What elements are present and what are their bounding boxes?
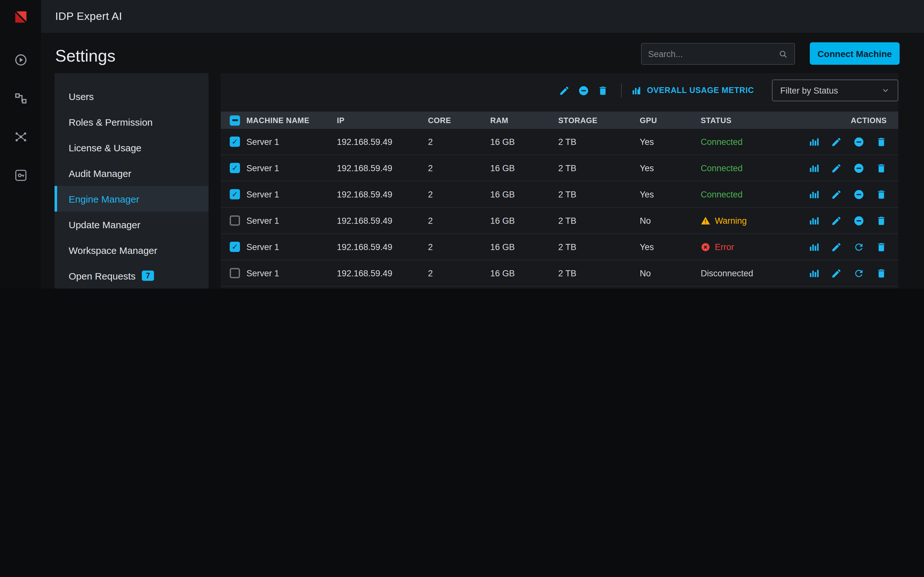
row-delete-icon[interactable] <box>876 189 887 200</box>
row-edit-icon[interactable] <box>831 136 842 147</box>
table-body: Server 1 192.168.59.49 2 16 GB 2 TB Yes … <box>221 129 898 288</box>
machine-name-cell: Server 1 <box>246 268 337 278</box>
settings-nav-item-roles-permission[interactable]: Roles & Permission <box>55 109 208 135</box>
row-delete-icon[interactable] <box>876 215 887 226</box>
status-cell: Connected <box>701 163 803 173</box>
row-checkbox[interactable] <box>230 242 240 252</box>
search-input[interactable] <box>648 49 779 59</box>
row-metrics-icon[interactable] <box>809 215 819 226</box>
settings-nav-item-engine-manager[interactable]: Engine Manager <box>55 186 208 211</box>
ip-cell: 192.168.59.49 <box>337 163 428 173</box>
settings-nav-item-audit-manager[interactable]: Audit Manager <box>55 160 208 186</box>
status-cell: Connected <box>701 189 803 199</box>
error-icon <box>701 242 710 251</box>
settings-nav-item-open-requests[interactable]: Open Requests 7 <box>55 263 208 288</box>
pipeline-icon[interactable] <box>8 86 33 110</box>
ram-cell: 16 GB <box>490 189 558 199</box>
settings-nav-item-users[interactable]: Users <box>55 83 208 109</box>
status-text: Warning <box>715 216 747 226</box>
overall-usage-metric[interactable]: OVERALL USAGE METRIC <box>631 85 754 96</box>
row-checkbox[interactable] <box>230 215 240 226</box>
table-row: Server 1 192.168.59.49 2 16 GB 2 TB Yes … <box>221 234 898 260</box>
row-checkbox[interactable] <box>230 268 240 278</box>
settings-nav-item-workspace-manager[interactable]: Workspace Manager <box>55 237 208 263</box>
row-disable-icon[interactable] <box>853 215 864 226</box>
status-cell: Warning <box>701 216 803 226</box>
ram-cell: 16 GB <box>490 163 558 173</box>
settings-nav-item-update-manager[interactable]: Update Manager <box>55 211 208 237</box>
row-checkbox[interactable] <box>230 189 240 199</box>
gpu-cell: Yes <box>640 137 701 147</box>
row-edit-icon[interactable] <box>831 268 842 279</box>
row-edit-icon[interactable] <box>831 242 842 252</box>
page-title: Settings <box>55 46 115 66</box>
machine-name-cell: Server 1 <box>246 163 337 173</box>
status-text: Disconnected <box>701 268 753 278</box>
table-row: Server 1 192.168.59.49 2 16 GB 2 TB Yes … <box>221 181 898 208</box>
delete-icon[interactable] <box>593 81 612 100</box>
status-cell: Error <box>701 242 803 251</box>
row-metrics-icon[interactable] <box>809 268 819 279</box>
edit-icon[interactable] <box>554 81 573 100</box>
table-header: MACHINE NAME IP CORE RAM STORAGE GPU STA… <box>221 111 898 129</box>
row-delete-icon[interactable] <box>876 242 887 252</box>
topbar: IDP Expert AI <box>41 0 924 33</box>
gpu-cell: No <box>640 268 701 278</box>
ram-cell: 16 GB <box>490 242 558 251</box>
row-edit-icon[interactable] <box>831 163 842 173</box>
table-row: Server 1 192.168.59.49 2 16 GB 2 TB No C… <box>221 287 898 288</box>
row-checkbox[interactable] <box>230 137 240 147</box>
row-actions <box>803 215 898 226</box>
row-restart-icon[interactable] <box>853 242 864 252</box>
table-row: Server 1 192.168.59.49 2 16 GB 2 TB No D… <box>221 260 898 287</box>
machine-name-cell: Server 1 <box>246 137 337 147</box>
ip-cell: 192.168.59.49 <box>337 137 428 147</box>
row-actions <box>803 189 898 200</box>
connect-machine-button[interactable]: Connect Machine <box>810 42 900 65</box>
ram-cell: 16 GB <box>490 216 558 226</box>
filter-by-status-select[interactable]: Filter by Status <box>772 79 898 101</box>
col-ip: IP <box>337 116 428 125</box>
table-row: Server 1 192.168.59.49 2 16 GB 2 TB No W… <box>221 208 898 234</box>
row-delete-icon[interactable] <box>876 163 887 173</box>
chevron-down-icon <box>881 86 890 95</box>
logo-icon[interactable] <box>8 5 33 29</box>
bar-chart-icon <box>631 85 642 96</box>
cluster-icon[interactable] <box>8 124 33 149</box>
row-checkbox[interactable] <box>230 163 240 173</box>
row-actions <box>803 163 898 173</box>
row-edit-icon[interactable] <box>831 189 842 200</box>
ip-cell: 192.168.59.49 <box>337 268 428 278</box>
credentials-key-icon[interactable] <box>8 163 33 187</box>
run-icon[interactable] <box>8 47 33 72</box>
row-delete-icon[interactable] <box>876 268 887 279</box>
col-ram: RAM <box>490 116 558 125</box>
row-disable-icon[interactable] <box>853 189 864 200</box>
table-row: Server 1 192.168.59.49 2 16 GB 2 TB Yes … <box>221 155 898 181</box>
row-delete-icon[interactable] <box>876 136 887 147</box>
row-metrics-icon[interactable] <box>809 242 819 252</box>
row-actions <box>803 268 898 279</box>
settings-nav-item-license-usage[interactable]: License & Usage <box>55 135 208 160</box>
row-metrics-icon[interactable] <box>809 189 819 200</box>
col-machine-name: MACHINE NAME <box>246 116 337 125</box>
row-restart-icon[interactable] <box>853 268 864 279</box>
status-text: Connected <box>701 137 743 147</box>
ip-cell: 192.168.59.49 <box>337 189 428 199</box>
warning-icon <box>701 216 710 226</box>
status-cell: Connected <box>701 137 803 147</box>
row-disable-icon[interactable] <box>853 163 864 173</box>
core-cell: 2 <box>428 216 490 226</box>
row-disable-icon[interactable] <box>853 136 864 147</box>
select-all-checkbox[interactable] <box>230 115 240 125</box>
disable-icon[interactable] <box>573 81 593 100</box>
row-metrics-icon[interactable] <box>809 163 819 173</box>
status-text: Error <box>715 242 734 251</box>
table-row: Server 1 192.168.59.49 2 16 GB 2 TB Yes … <box>221 129 898 155</box>
row-edit-icon[interactable] <box>831 215 842 226</box>
app-title: IDP Expert AI <box>55 10 122 23</box>
row-actions <box>803 242 898 252</box>
row-metrics-icon[interactable] <box>809 136 819 147</box>
core-cell: 2 <box>428 137 490 147</box>
storage-cell: 2 TB <box>558 242 640 251</box>
